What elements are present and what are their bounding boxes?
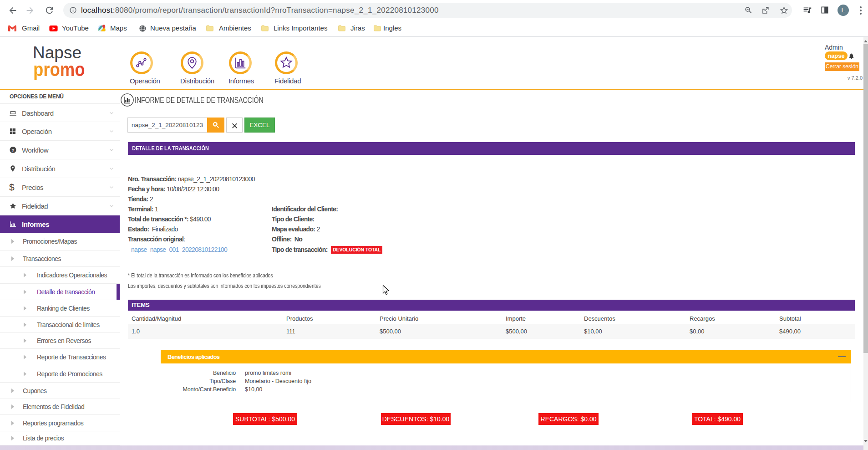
- svg-text:?: ?: [11, 148, 14, 153]
